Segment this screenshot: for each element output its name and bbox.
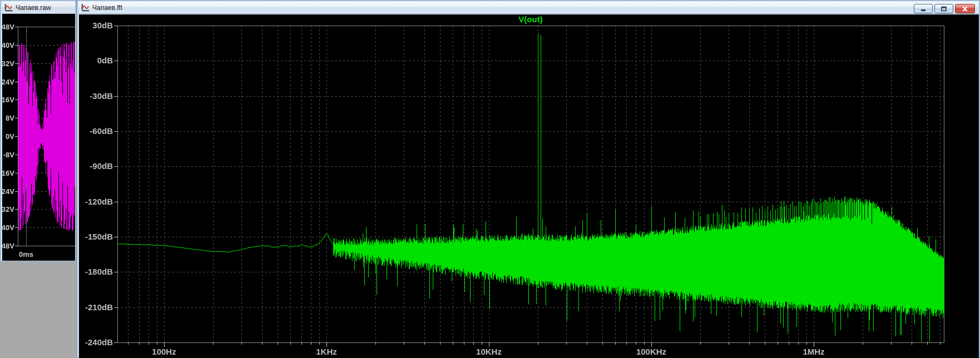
fft-window-titlebar[interactable]: Чапаев.fft [78, 2, 978, 14]
maximize-icon [941, 6, 947, 12]
waveform-plot-icon [81, 3, 90, 12]
close-button[interactable] [955, 4, 975, 13]
maximize-button[interactable] [934, 4, 953, 13]
fft-window: Чапаев.fft [77, 0, 980, 358]
fft-window-title: Чапаев.fft [92, 4, 122, 12]
ltspice-workspace: Чапаев.raw Чапаев.fft [0, 0, 980, 358]
raw-plot-canvas[interactable] [2, 14, 75, 261]
caption-buttons [914, 4, 975, 13]
minimize-button[interactable] [914, 4, 933, 13]
raw-window-titlebar[interactable]: Чапаев.raw [2, 2, 75, 14]
minimize-icon [920, 6, 927, 12]
close-icon [962, 6, 968, 12]
fft-plot-canvas[interactable] [79, 14, 979, 358]
raw-window-title: Чапаев.raw [16, 4, 51, 12]
waveform-plot-icon [4, 3, 13, 12]
raw-window: Чапаев.raw [0, 0, 76, 262]
